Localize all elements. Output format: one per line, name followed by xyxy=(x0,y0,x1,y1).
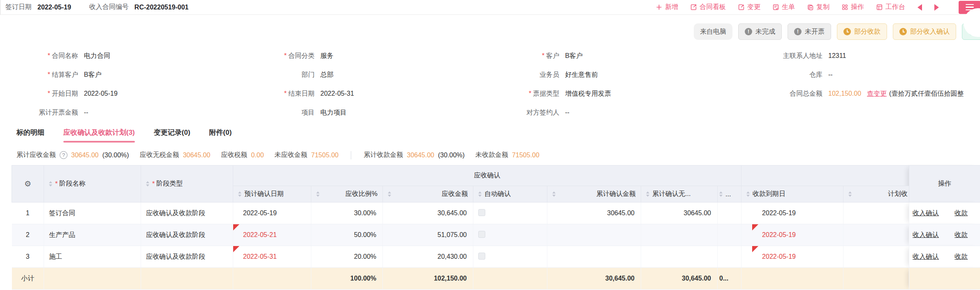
sort-icon[interactable] xyxy=(848,191,852,197)
field-label: 累计开票金额 xyxy=(0,108,78,117)
column-settings-header[interactable]: ⚙ xyxy=(12,166,44,203)
status-badge-partial-payment: 部分收款 xyxy=(837,23,887,40)
col-header-receivable-amount[interactable]: 应收金额 xyxy=(383,186,473,203)
help-icon[interactable]: ? xyxy=(60,151,67,159)
change-button[interactable]: 变更 xyxy=(738,3,760,12)
sort-icon[interactable] xyxy=(646,191,649,197)
prev-record-arrow[interactable] xyxy=(917,4,922,11)
revenue-confirm-link[interactable]: 收入确认 xyxy=(913,209,939,218)
receivable-plan-table: ⚙ *阶段名称 *阶段类型 应收确认 操作 预计确认日期 应收比例% 应 xyxy=(12,165,980,290)
field-label: 项目 xyxy=(241,108,315,117)
sort-icon[interactable] xyxy=(478,191,482,197)
auto-confirm-checkbox[interactable] xyxy=(478,231,485,238)
copy-icon xyxy=(807,4,813,10)
col-header-payment-due-date[interactable]: 收款到期日 xyxy=(741,186,843,203)
cell-cum-notax xyxy=(641,224,718,246)
stat-percent: (30.00%) xyxy=(438,152,465,159)
stats-divider xyxy=(351,151,351,159)
cell-cum-notax xyxy=(641,246,718,268)
operations-button-label: 操作 xyxy=(851,3,864,12)
badge-label: 部分收入确认 xyxy=(910,28,950,36)
field-warehouse: 仓库 -- xyxy=(730,65,980,84)
auto-confirm-checkbox[interactable] xyxy=(478,253,485,260)
col-header-more[interactable]: ... xyxy=(718,186,741,203)
col-header-plan-payment[interactable]: 计划收 xyxy=(843,186,909,203)
stat-value: 30645.00 xyxy=(183,152,211,159)
cell-cum-notax: 30645.00 xyxy=(641,203,718,224)
col-header-auto-confirm[interactable]: 自动确认 xyxy=(473,186,547,203)
revenue-confirm-link[interactable]: 收入确认 xyxy=(913,253,939,261)
cell-plan-payment xyxy=(843,224,909,246)
copy-button[interactable]: 复制 xyxy=(807,3,829,12)
badge-label: 未开票 xyxy=(805,28,825,36)
stat-label: 未应收金额 xyxy=(275,151,308,159)
tab-attachments[interactable]: 附件(0) xyxy=(209,128,232,143)
field-invoice-type: *票据类型 增值税专用发票 xyxy=(483,84,730,103)
sort-icon[interactable] xyxy=(746,191,750,197)
sort-icon[interactable] xyxy=(388,191,391,197)
field-value: 好生意售前 xyxy=(565,71,598,79)
cell-stage-name: 签订合同 xyxy=(44,203,141,224)
gear-icon[interactable]: ⚙ xyxy=(24,179,31,189)
cell-actions: 收入确认收款 xyxy=(909,246,980,268)
status-badges: 来自电脑 ! 未完成 ! 未开票 部分收款 部分收入确认 ✓ 已 xyxy=(0,15,980,40)
operations-button[interactable]: 操作 xyxy=(842,3,864,12)
subtotal-row: 小计 100.00% 102,150.00 30,645.00 30,645.0… xyxy=(12,268,980,290)
status-badge-partial-revenue: 部分收入确认 xyxy=(893,23,956,40)
sort-icon[interactable] xyxy=(146,181,149,186)
badge-label: 未完成 xyxy=(755,28,775,36)
sort-icon[interactable] xyxy=(552,191,556,197)
generate-doc-button[interactable]: 生单 xyxy=(773,3,795,12)
tab-receivable-plan[interactable]: 应收确认及收款计划(3) xyxy=(63,128,135,143)
col-header-receivable-ratio[interactable]: 应收比例% xyxy=(311,186,383,203)
cell-actions xyxy=(909,268,980,290)
subtotal-label: 小计 xyxy=(12,268,44,290)
add-button[interactable]: 新增 xyxy=(656,3,678,12)
col-header-cum-confirm-amount[interactable]: 累计确认金额 xyxy=(547,186,641,203)
tab-subject-detail[interactable]: 标的明细 xyxy=(16,128,44,143)
cell-plan-date: 2022-05-19 xyxy=(233,203,311,224)
cell-due-date: 2022-05-19 xyxy=(741,203,843,224)
subtotal-cum-amount: 30,645.00 xyxy=(547,268,641,290)
auto-confirm-checkbox[interactable] xyxy=(478,209,485,216)
subtotal-more: 0... xyxy=(718,268,741,290)
cell-due-date: 2022-05-19 xyxy=(741,224,843,246)
row-index: 3 xyxy=(12,246,44,268)
revenue-confirm-link[interactable]: 收入确认 xyxy=(913,231,939,239)
contract-kanban-button[interactable]: 合同看板 xyxy=(690,3,726,12)
stat-label: 应收税额 xyxy=(221,151,247,159)
topbar-fields: 签订日期 2022-05-19 收入合同编号 RC-20220519-001 xyxy=(5,3,189,12)
view-change-link[interactable]: 查变更 xyxy=(867,90,887,98)
payment-link[interactable]: 收款 xyxy=(955,231,968,239)
badge-label: 部分收款 xyxy=(854,28,880,36)
payment-link[interactable]: 收款 xyxy=(955,209,968,218)
field-label: *结算客户 xyxy=(0,71,78,79)
workbench-button[interactable]: 工作台 xyxy=(876,3,905,12)
stat-cum-payment: 累计收款金额 30645.00 (30.00%) xyxy=(364,151,465,159)
field-contract-name: *合同名称 电力合同 xyxy=(0,46,241,65)
cell-plan-date xyxy=(233,268,311,290)
col-header-stage-type[interactable]: *阶段类型 xyxy=(141,166,233,203)
cell-due-date: 2022-05-19 xyxy=(741,246,843,268)
table-row: 3 施工 应收确认及收款阶段 2022-05-31 20.00% 20,430.… xyxy=(12,246,980,268)
field-label: 业务员 xyxy=(483,71,559,79)
sort-icon[interactable] xyxy=(719,191,723,197)
sort-icon[interactable] xyxy=(316,191,320,197)
contract-form: *合同名称 电力合同 *合同分类 服务 *客户 B客户 主联系人地址 12311… xyxy=(0,40,980,122)
sort-icon[interactable] xyxy=(49,181,52,186)
amount-in-words: (壹拾万贰仟壹佰伍拾圆整 xyxy=(889,90,964,98)
field-value: B客户 xyxy=(84,71,102,79)
cell-more xyxy=(718,224,741,246)
tab-change-records[interactable]: 变更记录(0) xyxy=(154,128,190,143)
cell-ratio: 20.00% xyxy=(311,246,383,268)
sort-icon[interactable] xyxy=(238,191,241,197)
change-button-label: 变更 xyxy=(747,3,760,12)
col-header-stage-name[interactable]: *阶段名称 xyxy=(44,166,141,203)
payment-link[interactable]: 收款 xyxy=(955,253,968,261)
next-record-arrow[interactable] xyxy=(934,4,939,11)
stat-label: 未收款金额 xyxy=(475,151,508,159)
col-header-cum-confirm-notax[interactable]: 累计确认无... xyxy=(641,186,718,203)
col-header-plan-confirm-date[interactable]: 预计确认日期 xyxy=(233,186,311,203)
group-header-receivable-confirm: 应收确认 xyxy=(233,166,741,186)
cell-actions: 收入确认收款 xyxy=(909,224,980,246)
